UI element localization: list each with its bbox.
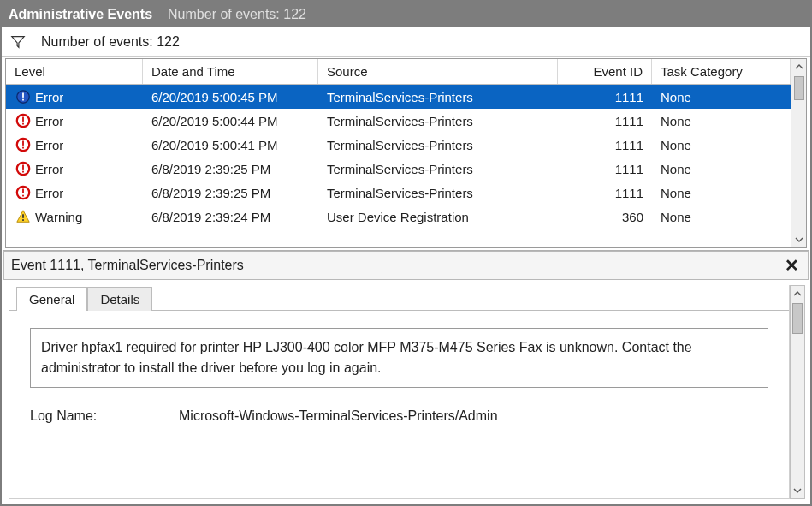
column-header-source[interactable]: Source <box>318 59 558 84</box>
log-name-value: Microsoft-Windows-TerminalServices-Print… <box>179 408 498 424</box>
svg-rect-13 <box>22 189 24 193</box>
scroll-down-icon[interactable] <box>791 483 804 498</box>
cell-date: 6/20/2019 5:00:41 PM <box>143 133 318 157</box>
table-row[interactable]: Error6/20/2019 5:00:44 PMTerminalService… <box>6 109 791 133</box>
cell-level: Error <box>35 114 63 128</box>
cell-level: Error <box>35 186 63 200</box>
cell-source: User Device Registration <box>318 205 558 229</box>
cell-date: 6/20/2019 5:00:44 PM <box>143 109 318 133</box>
scroll-thumb[interactable] <box>792 303 803 334</box>
cell-source: TerminalServices-Printers <box>318 157 558 181</box>
scroll-thumb[interactable] <box>794 76 804 100</box>
svg-rect-11 <box>22 171 24 173</box>
scroll-track[interactable] <box>791 334 804 483</box>
table-row[interactable]: Error6/20/2019 5:00:41 PMTerminalService… <box>6 133 791 157</box>
svg-rect-1 <box>22 93 24 98</box>
detail-scrollbar[interactable] <box>790 285 805 499</box>
cell-date: 6/8/2019 2:39:24 PM <box>143 205 318 229</box>
svg-rect-5 <box>22 123 24 125</box>
error-icon <box>15 112 32 129</box>
cell-level: Error <box>35 90 63 104</box>
cell-date: 6/8/2019 2:39:25 PM <box>143 181 318 205</box>
grid-body: Error6/20/2019 5:00:45 PMTerminalService… <box>6 85 791 229</box>
window-frame: Administrative Events Number of events: … <box>0 0 812 506</box>
column-header-date[interactable]: Date and Time <box>143 59 318 84</box>
cell-source: TerminalServices-Printers <box>318 85 558 109</box>
filter-count-label: Number of events: 122 <box>41 34 180 50</box>
detail-header: Event 1111, TerminalServices-Printers ✕ <box>3 251 809 280</box>
cell-source: TerminalServices-Printers <box>318 133 558 157</box>
cell-event-id: 1111 <box>558 85 652 109</box>
cell-date: 6/20/2019 5:00:45 PM <box>143 85 318 109</box>
table-row[interactable]: Error6/8/2019 2:39:25 PMTerminalServices… <box>6 181 791 205</box>
error-icon <box>15 88 32 105</box>
detail-title: Event 1111, TerminalServices-Printers <box>11 258 244 273</box>
cell-task: None <box>652 133 791 157</box>
scroll-up-icon[interactable] <box>791 59 806 74</box>
grid-scrollbar[interactable] <box>791 59 806 247</box>
cell-event-id: 1111 <box>558 133 652 157</box>
event-grid: Level Date and Time Source Event ID Task… <box>5 58 807 248</box>
cell-event-id: 1111 <box>558 109 652 133</box>
log-name-row: Log Name: Microsoft-Windows-TerminalServ… <box>30 408 768 424</box>
svg-rect-16 <box>22 219 24 221</box>
cell-level: Error <box>35 138 63 152</box>
svg-rect-2 <box>22 99 24 101</box>
scroll-up-icon[interactable] <box>791 286 804 301</box>
cell-date: 6/8/2019 2:39:25 PM <box>143 157 318 181</box>
window-title: Administrative Events <box>9 7 152 22</box>
grid-header-row: Level Date and Time Source Event ID Task… <box>6 59 791 85</box>
cell-event-id: 1111 <box>558 157 652 181</box>
error-icon <box>15 160 32 177</box>
warning-icon <box>15 208 32 225</box>
error-icon <box>15 136 32 153</box>
svg-rect-14 <box>22 195 24 197</box>
column-header-level[interactable]: Level <box>6 59 143 84</box>
column-header-task[interactable]: Task Category <box>652 59 791 84</box>
table-row[interactable]: Warning6/8/2019 2:39:24 PMUser Device Re… <box>6 205 791 229</box>
event-grid-main: Level Date and Time Source Event ID Task… <box>6 59 791 247</box>
filter-bar: Number of events: 122 <box>2 27 810 57</box>
cell-task: None <box>652 157 791 181</box>
scroll-track[interactable] <box>791 100 806 232</box>
event-message: Driver hpfax1 required for printer HP LJ… <box>30 328 768 388</box>
tab-general[interactable]: General <box>16 287 87 311</box>
filter-icon[interactable] <box>10 34 26 50</box>
svg-rect-8 <box>22 147 24 149</box>
svg-rect-4 <box>22 117 24 122</box>
cell-event-id: 1111 <box>558 181 652 205</box>
detail-content: General Details Driver hpfax1 required f… <box>9 285 790 499</box>
error-icon <box>15 184 32 201</box>
tab-details[interactable]: Details <box>87 287 152 311</box>
cell-source: TerminalServices-Printers <box>318 181 558 205</box>
table-row[interactable]: Error6/8/2019 2:39:25 PMTerminalServices… <box>6 157 791 181</box>
svg-rect-10 <box>22 165 24 170</box>
close-icon[interactable]: ✕ <box>785 257 799 274</box>
log-name-label: Log Name: <box>30 408 150 424</box>
detail-tabs: General Details <box>9 285 789 311</box>
cell-event-id: 360 <box>558 205 652 229</box>
detail-body: General Details Driver hpfax1 required f… <box>3 280 809 503</box>
cell-task: None <box>652 205 791 229</box>
tab-general-body: Driver hpfax1 required for printer HP LJ… <box>9 311 789 498</box>
detail-pane: Event 1111, TerminalServices-Printers ✕ … <box>3 250 809 503</box>
title-bar: Administrative Events Number of events: … <box>2 2 810 27</box>
svg-rect-7 <box>22 141 24 146</box>
column-header-event-id[interactable]: Event ID <box>558 59 652 84</box>
cell-level: Warning <box>35 210 82 224</box>
window-subtitle: Number of events: 122 <box>168 7 306 22</box>
cell-task: None <box>652 109 791 133</box>
cell-source: TerminalServices-Printers <box>318 109 558 133</box>
cell-task: None <box>652 85 791 109</box>
svg-rect-15 <box>22 214 24 218</box>
cell-task: None <box>652 181 791 205</box>
scroll-down-icon[interactable] <box>791 232 806 247</box>
table-row[interactable]: Error6/20/2019 5:00:45 PMTerminalService… <box>6 85 791 109</box>
cell-level: Error <box>35 162 63 176</box>
